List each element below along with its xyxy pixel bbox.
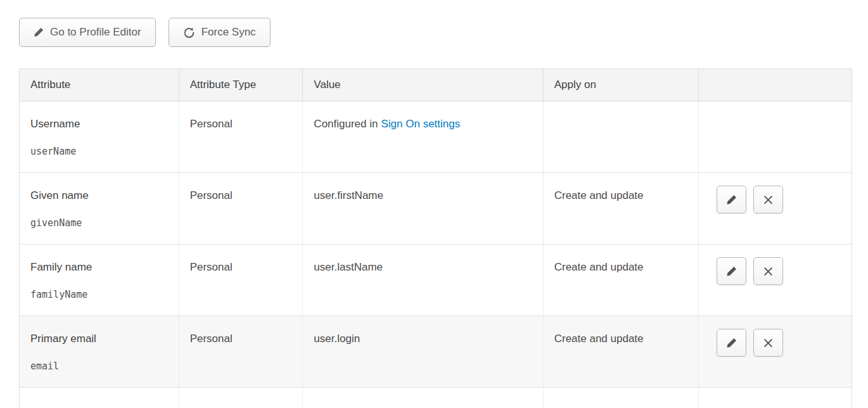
attribute-type: Personal — [190, 333, 233, 345]
attribute-label: Primary email — [30, 333, 96, 345]
attribute-label: Given name — [30, 189, 89, 201]
attribute-type: Personal — [190, 261, 233, 273]
value-text: user.firstName — [314, 189, 383, 201]
row-actions — [717, 186, 841, 214]
attribute-name: email — [30, 360, 169, 372]
edit-attribute-button[interactable] — [717, 329, 746, 357]
pencil-icon — [726, 338, 737, 348]
apply-on-value: Create and update — [554, 333, 644, 345]
refresh-icon — [183, 27, 195, 39]
edit-attribute-button[interactable] — [717, 186, 746, 214]
header-apply-on: Apply on — [544, 69, 699, 101]
sign-on-settings-link[interactable]: Sign On settings — [381, 118, 460, 130]
row-actions — [717, 257, 841, 285]
attribute-mappings-page: Go to Profile Editor Force Sync Attribut… — [0, 0, 868, 408]
delete-attribute-button[interactable] — [753, 257, 783, 285]
attribute-name: familyName — [30, 289, 169, 300]
row-actions — [717, 329, 841, 357]
table-row: Primary email email Personal user.login … — [20, 316, 852, 388]
go-to-profile-editor-button[interactable]: Go to Profile Editor — [19, 18, 156, 47]
header-actions — [699, 69, 852, 101]
header-attribute: Attribute — [20, 69, 179, 101]
attribute-type: Personal — [190, 118, 233, 130]
apply-on-value: Create and update — [554, 261, 644, 273]
close-icon — [763, 267, 773, 276]
force-sync-button[interactable]: Force Sync — [169, 18, 271, 47]
table-row: Family name familyName Personal user.las… — [20, 245, 852, 316]
pencil-icon — [726, 266, 737, 277]
go-to-profile-editor-label: Go to Profile Editor — [50, 26, 141, 39]
pencil-icon — [726, 194, 737, 205]
attribute-label: Family name — [30, 261, 92, 273]
value-text: user.lastName — [314, 261, 383, 273]
attribute-label: Username — [30, 118, 80, 130]
attribute-mapping-table: Attribute Attribute Type Value Apply on … — [19, 68, 852, 408]
toolbar: Go to Profile Editor Force Sync — [19, 18, 852, 47]
value-text: user.login — [314, 333, 360, 345]
delete-attribute-button[interactable] — [753, 329, 783, 357]
value-text: Configured in — [314, 118, 378, 130]
attribute-name: userName — [30, 146, 169, 157]
pencil-icon — [34, 27, 44, 37]
table-header-row: Attribute Attribute Type Value Apply on — [20, 69, 852, 101]
close-icon — [763, 195, 773, 205]
delete-attribute-button[interactable] — [753, 186, 783, 214]
header-attribute-type: Attribute Type — [179, 69, 303, 101]
attribute-type: Personal — [190, 189, 233, 201]
header-value: Value — [303, 69, 543, 101]
force-sync-label: Force Sync — [201, 26, 256, 39]
table-row-partial — [20, 388, 852, 408]
table-row: Given name givenName Personal user.first… — [20, 173, 852, 245]
apply-on-value: Create and update — [554, 189, 644, 201]
attribute-name: givenName — [30, 217, 169, 229]
table-row: Username userName Personal Configured in… — [20, 101, 852, 173]
edit-attribute-button[interactable] — [717, 257, 746, 285]
close-icon — [763, 338, 773, 348]
